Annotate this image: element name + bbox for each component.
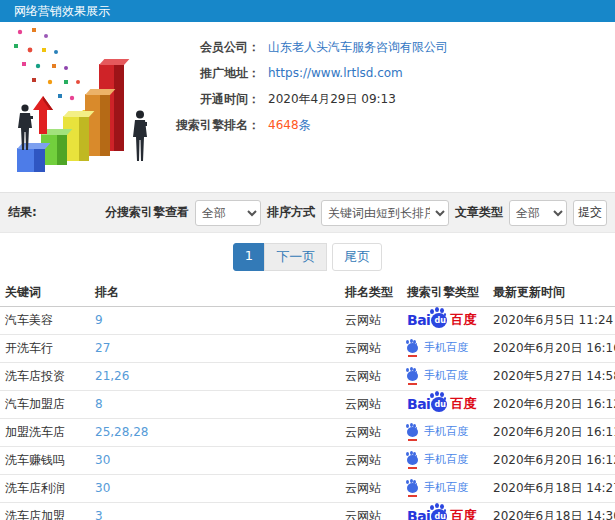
- rank-cell: 9: [90, 306, 340, 334]
- mobile-baidu-paw-icon: [407, 371, 418, 381]
- updated-cell: 2020年6月20日 16:12: [488, 390, 615, 418]
- info-row-rank-count: 搜索引擎排名： 4648条: [168, 112, 615, 138]
- updated-cell: 2020年6月20日 16:12: [488, 446, 615, 474]
- rank-link[interactable]: 25,28,28: [95, 425, 148, 439]
- keyword-cell: 开洗车行: [0, 334, 90, 362]
- baidu-bai-text: Bai: [407, 508, 430, 520]
- company-link[interactable]: 山东老人头汽车服务咨询有限公司: [268, 40, 448, 54]
- engine-cell: Baidu百度: [402, 502, 488, 520]
- rank-count-value: 4648条: [268, 117, 311, 134]
- article-type-select[interactable]: 全部: [509, 200, 567, 226]
- updated-cell: 2020年6月20日 16:11: [488, 418, 615, 446]
- info-row-url: 推广地址： https://www.lrtlsd.com: [168, 60, 615, 86]
- rank-link[interactable]: 8: [95, 397, 103, 411]
- engine-filter-label: 分搜索引擎查看: [105, 204, 189, 221]
- submit-button[interactable]: 提交: [573, 200, 607, 226]
- header-rank-type: 排名类型: [340, 280, 402, 306]
- baidu-bai-text: Bai: [407, 396, 430, 412]
- updated-cell: 2020年6月5日 11:24: [488, 306, 615, 334]
- keyword-cell: 洗车店投资: [0, 362, 90, 390]
- baidu-cn-text: 百度: [450, 507, 476, 520]
- table-row: 洗车店投资 21,26 云网站 手机百度 2020年5月27日 14:58: [0, 362, 615, 390]
- keyword-cell: 洗车店利润: [0, 474, 90, 502]
- engine-cell: 手机百度: [402, 474, 488, 502]
- engine-select[interactable]: 全部: [195, 200, 261, 226]
- updated-cell: 2020年6月18日 14:30: [488, 502, 615, 520]
- mobile-baidu-paw-icon: [407, 455, 418, 465]
- baidu-paw-icon: du: [431, 313, 447, 328]
- engine-cell: 手机百度: [402, 362, 488, 390]
- table-row: 洗车店加盟 3 云网站 Baidu百度 2020年6月18日 14:30: [0, 502, 615, 520]
- next-page-button[interactable]: 下一页: [264, 243, 327, 271]
- mobile-baidu-paw-icon: [407, 483, 418, 493]
- baidu-du-text: du: [434, 316, 445, 325]
- rank-link[interactable]: 27: [95, 341, 110, 355]
- header-rank: 排名: [90, 280, 340, 306]
- baidu-paw-icon: du: [431, 509, 447, 520]
- up-arrow-icon: [33, 96, 53, 134]
- info-section: 会员公司： 山东老人头汽车服务咨询有限公司 推广地址： https://www.…: [0, 22, 615, 192]
- rank-cell: 25,28,28: [90, 418, 340, 446]
- rank-link[interactable]: 30: [95, 453, 110, 467]
- promotion-url-link[interactable]: https://www.lrtlsd.com: [268, 66, 403, 80]
- rank-type-cell: 云网站: [340, 334, 402, 362]
- header-updated: 最新更新时间: [488, 280, 615, 306]
- rank-type-cell: 云网站: [340, 446, 402, 474]
- sort-select[interactable]: 关键词由短到长排序: [321, 200, 449, 226]
- table-row: 洗车赚钱吗 30 云网站 手机百度 2020年6月20日 16:12: [0, 446, 615, 474]
- rank-cell: 30: [90, 474, 340, 502]
- rank-type-cell: 云网站: [340, 390, 402, 418]
- header-engine-type: 搜索引擎类型: [402, 280, 488, 306]
- company-value: 山东老人头汽车服务咨询有限公司: [268, 39, 448, 56]
- mobile-baidu-paw-icon: [407, 427, 418, 437]
- info-row-opened: 开通时间： 2020年4月29日 09:13: [168, 86, 615, 112]
- updated-cell: 2020年5月27日 14:58: [488, 362, 615, 390]
- sort-filter-label: 排序方式: [267, 204, 315, 221]
- result-label: 结果:: [8, 204, 37, 221]
- rank-cell: 21,26: [90, 362, 340, 390]
- url-value: https://www.lrtlsd.com: [268, 66, 403, 80]
- rank-cell: 8: [90, 390, 340, 418]
- rank-type-cell: 云网站: [340, 502, 402, 520]
- table-row: 开洗车行 27 云网站 手机百度 2020年6月20日 16:16: [0, 334, 615, 362]
- mobile-baidu-logo: 手机百度: [407, 368, 468, 383]
- baidu-cn-text: 百度: [450, 311, 476, 329]
- keyword-cell: 汽车加盟店: [0, 390, 90, 418]
- rank-link[interactable]: 9: [95, 313, 103, 327]
- rank-type-cell: 云网站: [340, 362, 402, 390]
- keyword-cell: 洗车赚钱吗: [0, 446, 90, 474]
- rank-link[interactable]: 30: [95, 481, 110, 495]
- rank-link[interactable]: 21,26: [95, 369, 129, 383]
- table-row: 洗车店利润 30 云网站 手机百度 2020年6月18日 14:27: [0, 474, 615, 502]
- rank-type-cell: 云网站: [340, 474, 402, 502]
- rank-cell: 30: [90, 446, 340, 474]
- top-bar: 网络营销效果展示: [0, 0, 615, 22]
- last-page-button[interactable]: 尾页: [332, 243, 382, 271]
- mobile-baidu-label: 手机百度: [424, 480, 468, 495]
- mobile-baidu-paw-icon: [407, 343, 418, 353]
- info-row-company: 会员公司： 山东老人头汽车服务咨询有限公司: [168, 34, 615, 60]
- updated-cell: 2020年6月18日 14:27: [488, 474, 615, 502]
- mobile-baidu-logo: 手机百度: [407, 452, 468, 467]
- businessman-left-icon: [17, 104, 34, 151]
- rank-count-number: 4648: [268, 118, 299, 132]
- rank-type-cell: 云网站: [340, 418, 402, 446]
- filter-bar: 结果: 分搜索引擎查看 全部 排序方式 关键词由短到长排序 文章类型 全部 提交: [0, 192, 615, 233]
- opened-value: 2020年4月29日 09:13: [268, 91, 396, 108]
- pagination: 1 下一页 尾页: [233, 243, 382, 271]
- mobile-baidu-label: 手机百度: [424, 424, 468, 439]
- header-keyword: 关键词: [0, 280, 90, 306]
- rank-type-cell: 云网站: [340, 306, 402, 334]
- engine-cell: 手机百度: [402, 446, 488, 474]
- baidu-paw-icon: du: [431, 397, 447, 412]
- table-header-row: 关键词 排名 排名类型 搜索引擎类型 最新更新时间: [0, 280, 615, 306]
- mobile-baidu-label: 手机百度: [424, 340, 468, 355]
- rank-link[interactable]: 3: [95, 509, 103, 520]
- keyword-cell: 洗车店加盟: [0, 502, 90, 520]
- baidu-logo: Baidu百度: [407, 507, 476, 520]
- filter-controls: 分搜索引擎查看 全部 排序方式 关键词由短到长排序 文章类型 全部 提交: [105, 200, 607, 226]
- table-row: 汽车美容 9 云网站 Baidu百度 2020年6月5日 11:24: [0, 306, 615, 334]
- results-table: 关键词 排名 排名类型 搜索引擎类型 最新更新时间 汽车美容 9 云网站 Bai…: [0, 280, 615, 520]
- baidu-du-text: du: [434, 400, 445, 409]
- page-1-button[interactable]: 1: [233, 243, 265, 271]
